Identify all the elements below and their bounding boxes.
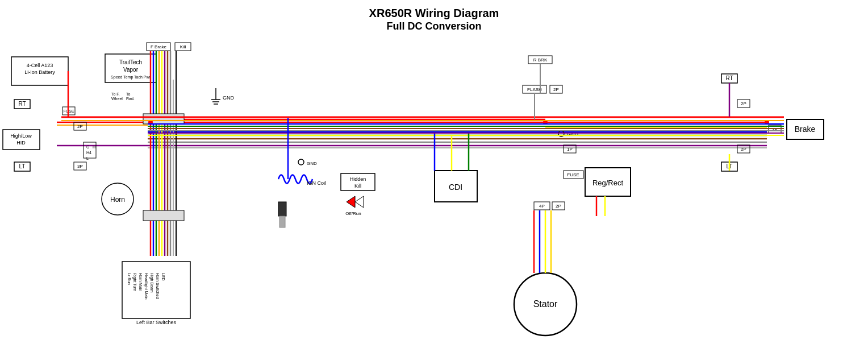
svg-text:2P: 2P [741,147,746,152]
svg-text:Right Turn: Right Turn [132,273,137,291]
gnd3-label: GND [567,131,579,137]
off-run-symbol [347,196,355,208]
svg-text:3P: 3P [77,164,83,169]
svg-text:4P: 4P [539,204,545,209]
rt-left-label: RT [18,101,26,107]
svg-text:Rad.: Rad. [126,97,135,101]
svg-point-44 [298,159,304,165]
to-wheel-label: To F. [111,92,120,96]
svg-text:2P: 2P [77,124,83,129]
rt-right-label: RT [725,75,733,81]
svg-text:Vapor: Vapor [123,67,139,73]
svg-text:G: G [86,145,89,149]
svg-text:L: L [86,156,89,160]
horn-label: Horn [110,196,125,204]
ign-coil-label: IGN Coil [307,180,326,186]
diagram-subtitle: Full DC Conversion [386,20,481,32]
svg-rect-46 [279,216,285,227]
svg-text:To: To [126,92,131,96]
svg-text:2P: 2P [741,101,746,106]
highlow-label: High/Low [10,133,32,139]
wiring-diagram: XR650R Wiring Diagram Full DC Conversion… [0,0,868,352]
stator-label: Stator [533,299,558,309]
gnd1-label: GND [223,95,235,101]
off-run-label: Off/Run [345,211,361,216]
svg-text:2P: 2P [556,204,561,209]
lt-left-label: LT [19,163,26,169]
svg-text:2P: 2P [553,87,559,92]
svg-text:Wheel: Wheel [111,97,123,101]
fuse-right-label: FUSE [567,172,579,177]
svg-text:H4: H4 [86,151,91,155]
svg-text:Speed Temp Tach Pwr: Speed Temp Tach Pwr [111,75,151,80]
brake-label: Brake [795,125,816,134]
cdi-label: CDI [449,183,462,192]
hidden-kill-label: Hidden [350,176,366,182]
svg-text:Horn Switched: Horn Switched [156,273,160,299]
reg-rect-label: Reg/Rect [592,179,624,187]
svg-marker-48 [355,196,364,208]
svg-text:High Beam: High Beam [149,273,154,293]
battery-label: 4-Cell A123 [27,63,53,68]
svg-text:Headlight Main: Headlight Main [144,273,148,300]
harness-connector-bottom [143,210,184,221]
svg-text:Kill: Kill [354,183,361,189]
f-brake-label: F Brake [151,44,167,49]
kill-label: Kill [180,44,186,49]
diagram-title: XR650R Wiring Diagram [369,7,499,19]
svg-text:1P: 1P [567,147,573,152]
svg-text:LED: LED [161,273,165,281]
r-brk-label: R BRK [533,57,548,63]
spark-plug [278,202,286,216]
svg-text:GND: GND [307,161,317,166]
trailtech-label: TrailTech [119,59,142,65]
left-bar-label: Left Bar Switches [136,320,177,325]
svg-text:Lr Run: Lr Run [127,273,131,285]
svg-text:H: H [93,145,95,149]
svg-text:Li-Ion Battery: Li-Ion Battery [24,69,55,75]
svg-text:Horn Main: Horn Main [139,273,143,291]
svg-text:HID: HID [16,140,26,146]
